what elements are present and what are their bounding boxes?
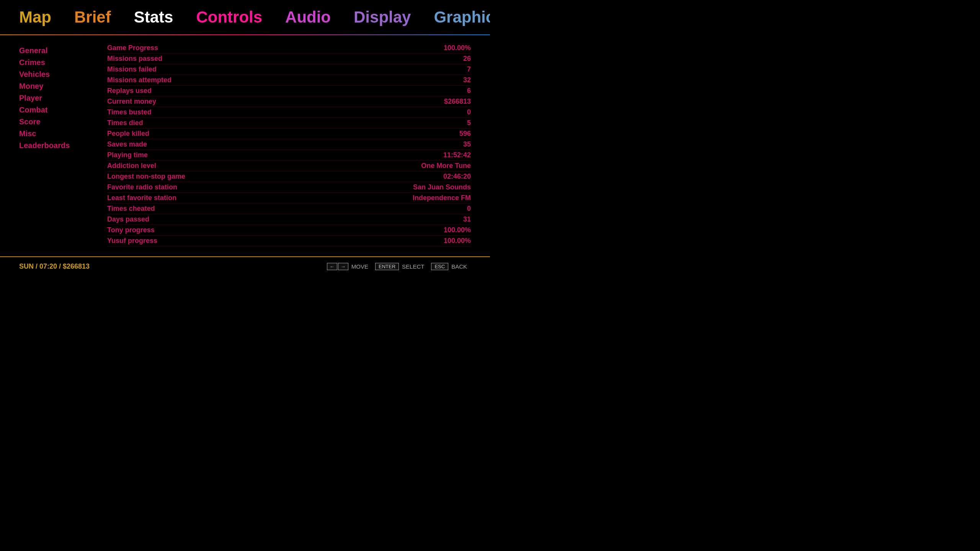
stat-value-16: 31 [463, 215, 471, 223]
stat-row-14: Least favorite stationIndependence FM [107, 193, 471, 204]
sidebar-vehicles[interactable]: Vehicles [19, 68, 96, 80]
stat-label-7: Times died [107, 119, 143, 127]
stat-label-11: Addiction level [107, 162, 156, 170]
sidebar-leaderboards[interactable]: Leaderboards [19, 140, 96, 152]
stat-label-4: Replays used [107, 87, 152, 95]
stat-row-13: Favorite radio stationSan Juan Sounds [107, 182, 471, 193]
sidebar-player[interactable]: Player [19, 92, 96, 104]
stat-label-16: Days passed [107, 215, 149, 223]
sidebar-combat[interactable]: Combat [19, 104, 96, 116]
stat-label-10: Playing time [107, 151, 148, 159]
stat-value-0: 100.00% [444, 44, 471, 52]
stat-value-14: Independence FM [413, 194, 471, 202]
stat-label-5: Current money [107, 98, 156, 106]
left-arrow-key: ← [327, 263, 337, 270]
stat-value-17: 100.00% [444, 226, 471, 234]
controls-help: ← → MOVE ENTER SELECT ESC BACK [327, 263, 471, 270]
tab-brief[interactable]: Brief [74, 8, 111, 26]
stat-row-9: Saves made35 [107, 139, 471, 150]
tab-stats[interactable]: Stats [134, 8, 173, 26]
stat-value-10: 11:52:42 [443, 151, 471, 159]
stat-row-18: Yusuf progress100.00% [107, 236, 471, 246]
stat-value-13: San Juan Sounds [413, 183, 471, 191]
enter-key: ENTER [375, 263, 399, 270]
stat-row-1: Missions passed26 [107, 54, 471, 64]
stat-label-17: Tony progress [107, 226, 155, 234]
status-text: SUN / 07:20 / $266813 [19, 262, 90, 271]
stat-row-12: Longest non-stop game02:46:20 [107, 171, 471, 182]
stat-value-18: 100.00% [444, 237, 471, 245]
stat-label-9: Saves made [107, 140, 147, 148]
stat-label-0: Game Progress [107, 44, 158, 52]
sidebar-score[interactable]: Score [19, 116, 96, 128]
tab-graphics[interactable]: Graphics [434, 8, 490, 26]
stat-label-3: Missions attempted [107, 76, 172, 84]
bottom-bar: SUN / 07:20 / $266813 ← → MOVE ENTER SEL… [0, 256, 490, 276]
stat-label-14: Least favorite station [107, 194, 176, 202]
stat-value-6: 0 [467, 108, 471, 116]
stat-value-12: 02:46:20 [443, 173, 471, 181]
stat-label-13: Favorite radio station [107, 183, 177, 191]
stat-row-16: Days passed31 [107, 214, 471, 225]
stat-value-7: 5 [467, 119, 471, 127]
tab-display[interactable]: Display [354, 8, 411, 26]
sidebar-misc[interactable]: Misc [19, 128, 96, 140]
stat-row-2: Missions failed7 [107, 64, 471, 75]
stat-row-6: Times busted0 [107, 107, 471, 118]
stats-panel: Game Progress100.00%Missions passed26Mis… [96, 43, 471, 256]
stat-label-18: Yusuf progress [107, 237, 157, 245]
stat-row-0: Game Progress100.00% [107, 43, 471, 54]
stat-label-1: Missions passed [107, 55, 162, 63]
stat-row-4: Replays used6 [107, 86, 471, 96]
stat-label-12: Longest non-stop game [107, 173, 185, 181]
stat-row-15: Times cheated0 [107, 204, 471, 214]
stat-row-5: Current money$266813 [107, 96, 471, 107]
stat-row-7: Times died5 [107, 118, 471, 129]
arrow-keys: ← → [327, 263, 348, 270]
stat-value-8: 596 [459, 130, 471, 138]
move-label: MOVE [351, 263, 368, 270]
sidebar-money[interactable]: Money [19, 80, 96, 92]
stat-value-1: 26 [463, 55, 471, 63]
top-navigation: MapBriefStatsControlsAudioDisplayGraphic… [0, 0, 490, 34]
stat-row-10: Playing time11:52:42 [107, 150, 471, 161]
stat-value-9: 35 [463, 140, 471, 148]
select-label: SELECT [402, 263, 424, 270]
stat-row-8: People killed596 [107, 129, 471, 139]
stat-label-2: Missions failed [107, 65, 157, 73]
stat-label-6: Times busted [107, 108, 152, 116]
main-content: GeneralCrimesVehiclesMoneyPlayerCombatSc… [0, 39, 490, 260]
stat-value-4: 6 [467, 87, 471, 95]
tab-controls[interactable]: Controls [196, 8, 262, 26]
stat-row-11: Addiction levelOne More Tune [107, 161, 471, 171]
stat-label-8: People killed [107, 130, 149, 138]
sidebar: GeneralCrimesVehiclesMoneyPlayerCombatSc… [19, 43, 96, 256]
sidebar-crimes[interactable]: Crimes [19, 57, 96, 68]
sidebar-general[interactable]: General [19, 45, 96, 57]
stat-label-15: Times cheated [107, 205, 155, 213]
stat-row-17: Tony progress100.00% [107, 225, 471, 236]
back-label: BACK [451, 263, 467, 270]
stat-value-11: One More Tune [421, 162, 471, 170]
stat-row-3: Missions attempted32 [107, 75, 471, 86]
tab-map[interactable]: Map [19, 8, 51, 26]
stat-value-15: 0 [467, 205, 471, 213]
stat-value-5: $266813 [444, 98, 471, 106]
tab-audio[interactable]: Audio [285, 8, 331, 26]
stat-value-2: 7 [467, 65, 471, 73]
esc-key: ESC [431, 263, 448, 270]
stat-value-3: 32 [463, 76, 471, 84]
right-arrow-key: → [338, 263, 348, 270]
nav-divider [0, 34, 490, 35]
